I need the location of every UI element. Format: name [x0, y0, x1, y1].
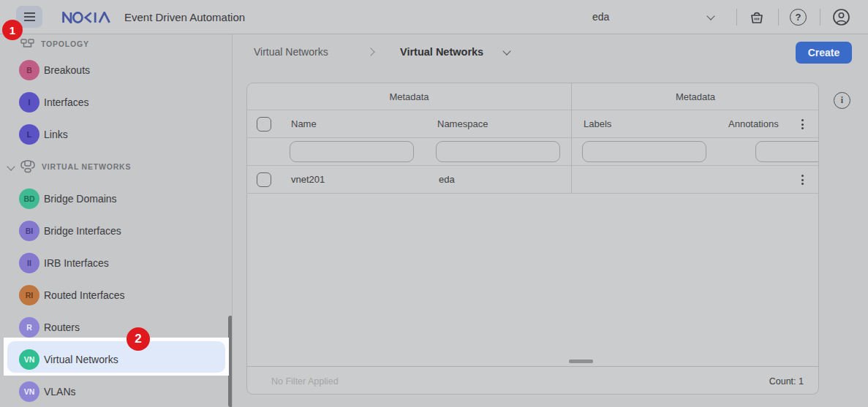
table-body-empty-area	[247, 194, 819, 366]
column-header-row: Name Namespace Labels Annotations	[247, 110, 819, 138]
vlans-badge: VN	[19, 381, 39, 402]
column-header-labels[interactable]: Labels	[584, 110, 611, 138]
filter-row	[247, 138, 819, 166]
breakouts-badge: B	[19, 60, 39, 80]
sidebar-item-bridge-domains[interactable]: BD Bridge Domains	[0, 183, 233, 215]
horizontal-scrollbar[interactable]	[569, 360, 593, 363]
basket-icon	[749, 9, 765, 25]
main-content: Virtual Networks Virtual Networks Create…	[233, 34, 868, 407]
name-filter-input[interactable]	[290, 141, 414, 162]
links-badge: L	[19, 124, 39, 145]
namespace-filter-input[interactable]	[436, 141, 560, 162]
routers-badge: R	[19, 317, 39, 338]
sidebar-item-label: Virtual Networks	[44, 354, 118, 365]
column-header-namespace[interactable]: Namespace	[437, 110, 488, 138]
column-header-annotations[interactable]: Annotations	[728, 110, 779, 138]
sidebar-item-irb-interfaces[interactable]: II IRB Interfaces	[0, 247, 233, 279]
column-group-divider	[571, 83, 572, 194]
sidebar-item-interfaces[interactable]: I Interfaces	[0, 86, 233, 118]
topology-icon	[20, 38, 35, 50]
sidebar-item-label: Breakouts	[44, 64, 90, 76]
divider	[736, 9, 737, 26]
filter-status: No Filter Applied	[271, 367, 339, 395]
eda-app-window: NOKIA Event Driven Automation eda	[0, 0, 868, 407]
irb-interfaces-badge: II	[19, 253, 39, 273]
sidebar-item-bridge-interfaces[interactable]: BI Bridge Interfaces	[0, 215, 233, 247]
sidebar-item-label: Links	[44, 129, 68, 140]
app-store-button[interactable]	[749, 9, 765, 27]
sidebar-item-label: VLANs	[44, 386, 76, 398]
column-header-name[interactable]: Name	[291, 110, 317, 138]
sidebar-item-label: Routers	[44, 322, 80, 333]
divider	[820, 9, 820, 26]
breadcrumb-parent[interactable]: Virtual Networks	[254, 34, 328, 69]
sidebar-item-links[interactable]: L Links	[0, 118, 233, 151]
table-row-vnet201[interactable]: vnet201 eda	[247, 166, 819, 194]
virtual-networks-table: Metadata Metadata Name Namespace Labels …	[246, 83, 819, 395]
divider	[778, 9, 779, 26]
sidebar-item-label: Routed Interfaces	[44, 289, 125, 301]
metadata-group-header: Metadata	[247, 83, 571, 110]
sidebar-item-virtual-networks[interactable]: VN Virtual Networks	[0, 343, 233, 376]
account-button[interactable]	[832, 8, 850, 28]
top-bar: NOKIA Event Driven Automation eda	[0, 0, 868, 34]
sidebar-item-label: Bridge Interfaces	[44, 225, 121, 237]
namespace-selector[interactable]: eda	[592, 0, 609, 34]
info-icon[interactable]	[834, 92, 850, 109]
annotations-filter-input[interactable]	[755, 141, 819, 162]
sidebar-item-label: Interfaces	[44, 96, 88, 108]
sidebar-item-vlans[interactable]: VN VLANs	[0, 376, 233, 407]
cell-name: vnet201	[291, 166, 325, 194]
sidebar-item-label: Bridge Domains	[44, 193, 117, 205]
chevron-down-icon[interactable]	[706, 12, 714, 20]
bridge-interfaces-badge: BI	[19, 221, 39, 241]
row-actions-kebab-icon[interactable]	[796, 171, 809, 189]
interfaces-badge: I	[19, 92, 39, 113]
account-icon	[832, 8, 850, 26]
sidebar-section-topology[interactable]: TOPOLOGY	[0, 34, 233, 53]
column-group-header-row: Metadata Metadata	[247, 83, 819, 110]
tutorial-step-1-badge: 1	[2, 20, 23, 40]
app-title: Event Driven Automation	[124, 0, 245, 34]
routed-interfaces-badge: RI	[19, 285, 39, 305]
chevron-right-icon	[366, 47, 374, 56]
metadata-group-header: Metadata	[571, 83, 819, 110]
help-icon	[790, 9, 807, 26]
row-checkbox[interactable]	[257, 172, 271, 187]
virtual-networks-badge: VN	[19, 349, 39, 370]
nokia-logo: NOKIA	[61, 12, 117, 23]
sidebar: TOPOLOGY B Breakouts I Interfaces L Link…	[0, 34, 233, 407]
sidebar-section-virtual-networks[interactable]: VIRTUAL NETWORKS	[0, 151, 233, 183]
help-button[interactable]	[790, 9, 807, 26]
sidebar-item-routed-interfaces[interactable]: RI Routed Interfaces	[0, 279, 233, 311]
cell-namespace: eda	[439, 166, 455, 194]
hamburger-icon	[24, 12, 35, 14]
virtual-networks-icon	[20, 160, 36, 173]
create-button[interactable]: Create	[796, 42, 852, 64]
chevron-down-icon[interactable]	[502, 47, 510, 55]
sidebar-item-label: IRB Interfaces	[44, 257, 109, 269]
tutorial-step-2-badge: 2	[127, 327, 150, 351]
bridge-domains-badge: BD	[19, 189, 39, 209]
sidebar-item-breakouts[interactable]: B Breakouts	[0, 54, 233, 86]
row-count: Count: 1	[769, 367, 804, 395]
labels-filter-input[interactable]	[582, 141, 706, 162]
table-footer: No Filter Applied Count: 1	[247, 366, 819, 395]
breadcrumb-current[interactable]: Virtual Networks	[400, 34, 483, 69]
select-all-checkbox[interactable]	[257, 117, 271, 132]
chevron-down-icon[interactable]	[7, 162, 15, 170]
column-options-kebab-icon[interactable]	[796, 115, 809, 133]
